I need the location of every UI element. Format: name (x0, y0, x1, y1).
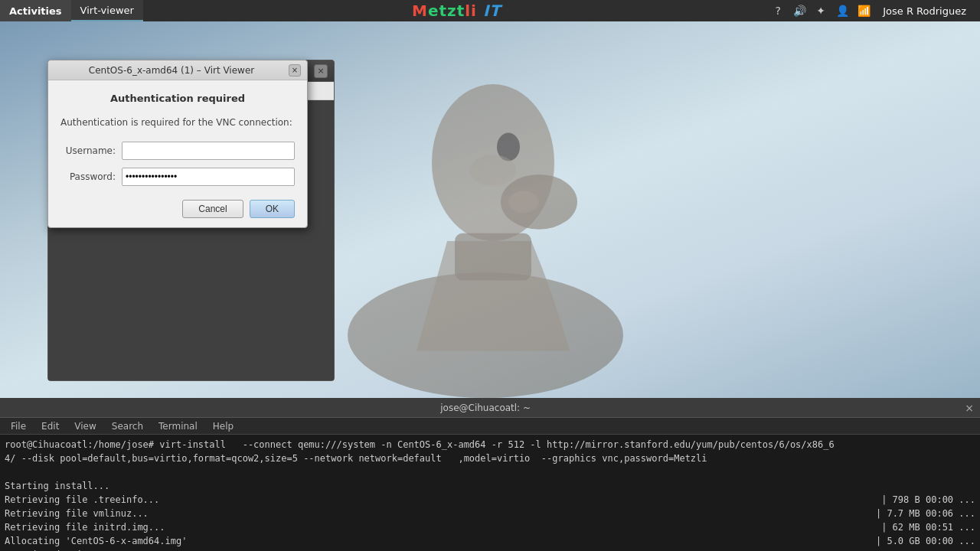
panel-user[interactable]: Jose R Rodriguez (877, 5, 972, 17)
password-input[interactable] (122, 168, 295, 186)
terminal-body: root@Cihuacoatl:/home/jose# virt-install… (0, 435, 980, 551)
auth-dialog-close-button[interactable]: × (289, 64, 301, 77)
logo-space (477, 2, 483, 20)
username-label: Username: (60, 145, 122, 156)
svg-rect-4 (455, 233, 531, 281)
auth-dialog-titlebar: CentOS-6_x-amd64 (1) – Virt Viewer × (48, 60, 307, 80)
term-menu-edit[interactable]: Edit (35, 419, 65, 433)
svg-point-6 (508, 191, 539, 213)
volume-icon[interactable]: 🔊 (791, 2, 808, 19)
term-menu-view[interactable]: View (68, 419, 102, 433)
username-input[interactable] (122, 142, 295, 160)
term-menu-file[interactable]: File (5, 419, 32, 433)
password-row: Password: (60, 168, 295, 186)
panel-center: Metztli IT (143, 2, 769, 20)
term-line-2: 4/ --disk pool=default,bus=virtio,format… (5, 452, 975, 465)
terminal-area: jose@Cihuacoatl: ~ × File Edit View Sear… (0, 398, 980, 551)
auth-buttons: Cancel OK (60, 194, 295, 221)
auth-dialog-body: Authentication required Authentication i… (48, 80, 307, 227)
term-menu-search[interactable]: Search (106, 419, 149, 433)
terminal-title: jose@Cihuacoatl: ~ (6, 403, 965, 413)
desktop: CentOS-6_x-amd64 (1) – Virt Viewer × Fil… (0, 21, 980, 398)
logo-li: li (465, 2, 477, 20)
ok-button[interactable]: OK (250, 200, 295, 218)
network-icon[interactable]: 📶 (855, 2, 872, 19)
top-panel: Activities Virt-viewer Metztli IT ? 🔊 ✦ … (0, 0, 980, 21)
svg-point-5 (470, 155, 516, 186)
term-line-blank (5, 465, 975, 479)
term-line-treeinfo: Retrieving file .treeinfo... | 798 B 00:… (5, 493, 975, 507)
activities-button[interactable]: Activities (0, 0, 71, 21)
panel-right: ? 🔊 ✦ 👤 📶 Jose R Rodriguez (769, 2, 980, 19)
user-icon[interactable]: 👤 (834, 2, 851, 19)
logo-it: IT (483, 2, 501, 20)
term-line-domain: Creating domain... (5, 548, 975, 551)
app-name-button[interactable]: Virt-viewer (71, 0, 143, 21)
terminal-close-button[interactable]: × (965, 402, 974, 414)
term-line-starting: Starting install... (5, 479, 975, 493)
term-line-1: root@Cihuacoatl:/home/jose# virt-install… (5, 438, 975, 452)
bluetooth-icon[interactable]: ✦ (812, 2, 829, 19)
desktop-artwork (294, 21, 677, 398)
terminal-titlebar: jose@Cihuacoatl: ~ × (0, 398, 980, 418)
terminal-menubar: File Edit View Search Terminal Help (0, 418, 980, 435)
cancel-button[interactable]: Cancel (182, 200, 243, 218)
auth-prompt: Authentication is required for the VNC c… (60, 116, 295, 129)
help-icon[interactable]: ? (769, 2, 786, 19)
panel-logo: Metztli IT (412, 2, 501, 20)
auth-dialog: CentOS-6_x-amd64 (1) – Virt Viewer × Aut… (47, 60, 308, 228)
auth-dialog-title: CentOS-6_x-amd64 (1) – Virt Viewer (54, 65, 289, 76)
term-menu-help[interactable]: Help (207, 419, 240, 433)
term-line-vmlinuz: Retrieving file vmlinuz... | 7.7 MB 00:0… (5, 507, 975, 520)
auth-header: Authentication required (60, 93, 295, 104)
username-row: Username: (60, 142, 295, 160)
virt-close-button[interactable]: × (314, 64, 328, 78)
term-menu-terminal[interactable]: Terminal (152, 419, 204, 433)
logo-m: M (412, 2, 428, 20)
logo-etzt: etzt (428, 2, 465, 20)
term-line-initrd: Retrieving file initrd.img... | 62 MB 00… (5, 520, 975, 534)
term-line-alloc: Allocating 'CentOS-6-x-amd64.img' | 5.0 … (5, 534, 975, 548)
password-label: Password: (60, 171, 122, 182)
